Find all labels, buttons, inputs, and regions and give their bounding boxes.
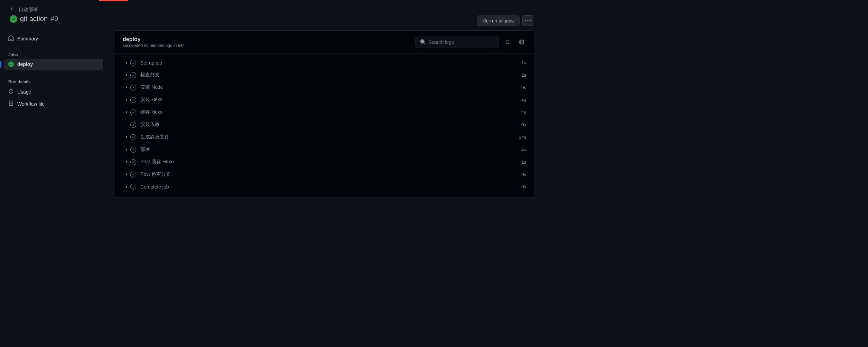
step-name: Post 缓存 Hexo xyxy=(140,159,521,165)
step-name: 生成静态文件 xyxy=(140,134,519,140)
chevron-right-icon xyxy=(123,135,130,139)
sidebar-item-label: Workflow file xyxy=(17,101,45,107)
settings-button[interactable] xyxy=(516,37,526,47)
check-icon xyxy=(130,134,136,140)
chevron-right-icon xyxy=(123,110,130,114)
step-duration: 0s xyxy=(521,122,526,127)
check-icon xyxy=(130,60,136,66)
step-duration: 0s xyxy=(521,85,526,90)
search-icon xyxy=(420,39,426,46)
step-duration: 4s xyxy=(521,147,526,152)
success-icon xyxy=(8,61,14,67)
step-duration: 4s xyxy=(521,97,526,103)
sidebar-item-label: Summary xyxy=(17,36,38,41)
sidebar-heading-jobs: Jobs xyxy=(4,49,103,59)
step-row[interactable]: Set up job1s xyxy=(115,57,534,69)
workflow-title: git action xyxy=(20,15,48,23)
sidebar: Summary Jobs deploy Run details Usage Wo… xyxy=(0,30,107,205)
breadcrumb-label: 自动部署 xyxy=(19,7,38,13)
file-icon xyxy=(8,100,14,107)
job-title: deploy xyxy=(123,36,185,42)
check-icon xyxy=(130,184,136,190)
step-name: 安装依赖 xyxy=(140,122,521,128)
kebab-menu-button[interactable] xyxy=(522,15,533,26)
step-duration: 1s xyxy=(521,60,526,65)
breadcrumb[interactable]: 自动部署 xyxy=(10,6,58,13)
steps-list: Set up job1s检查分支2s安装 Node0s安装 Hexo4s缓存 H… xyxy=(115,54,534,197)
step-duration: 0s xyxy=(521,184,526,189)
chevron-right-icon xyxy=(123,85,130,89)
check-icon xyxy=(130,172,136,177)
check-icon xyxy=(130,85,136,90)
search-logs-field[interactable] xyxy=(428,39,494,45)
workflow-title-row: git action #9 xyxy=(10,15,58,23)
rerun-all-jobs-button[interactable]: Re-run all jobs xyxy=(477,16,520,26)
step-name: 安装 Node xyxy=(140,84,521,90)
chevron-right-icon xyxy=(123,98,130,102)
workflow-run-number: #9 xyxy=(50,15,58,23)
arrow-left-icon xyxy=(10,6,15,13)
step-row[interactable]: 缓存 Hexo4s xyxy=(115,106,534,118)
step-row[interactable]: 部署4s xyxy=(115,143,534,156)
stopwatch-icon xyxy=(8,88,14,95)
sidebar-item-label: deploy xyxy=(17,61,33,67)
step-row[interactable]: Post 缓存 Hexo1s xyxy=(115,156,534,168)
search-logs-input[interactable] xyxy=(416,37,498,48)
step-duration: 34s xyxy=(519,135,526,140)
chevron-right-icon xyxy=(123,147,130,152)
chevron-right-icon xyxy=(123,160,130,164)
step-name: 缓存 Hexo xyxy=(140,109,521,115)
svg-line-1 xyxy=(132,124,134,126)
page-header: 自动部署 git action #9 Re-run all jobs xyxy=(0,0,542,30)
step-duration: 0s xyxy=(521,172,526,177)
sidebar-heading-run-details: Run details xyxy=(4,76,103,86)
chevron-right-icon xyxy=(123,61,130,65)
main-content: deploy succeeded 50 minutes ago in 54s xyxy=(107,30,542,205)
chevron-right-icon xyxy=(123,73,130,77)
step-name: Post 检查分支 xyxy=(140,171,521,177)
loading-indicator xyxy=(99,0,128,1)
check-icon xyxy=(130,72,136,78)
success-icon xyxy=(10,15,17,23)
sidebar-item-summary[interactable]: Summary xyxy=(4,32,103,45)
step-row[interactable]: 安装 Node0s xyxy=(115,81,534,94)
step-duration: 2s xyxy=(521,73,526,78)
sidebar-item-job[interactable]: deploy xyxy=(4,59,103,70)
skip-icon xyxy=(130,122,136,128)
check-icon xyxy=(130,147,136,153)
refresh-button[interactable] xyxy=(503,37,512,47)
step-row[interactable]: Complete job0s xyxy=(115,181,534,193)
step-name: 安装 Hexo xyxy=(140,97,521,103)
step-row[interactable]: 安装 Hexo4s xyxy=(115,94,534,106)
check-icon xyxy=(130,159,136,165)
step-name: 检查分支 xyxy=(140,72,521,78)
sidebar-item-workflow-file[interactable]: Workflow file xyxy=(4,98,103,110)
check-icon xyxy=(130,109,136,115)
step-name: 部署 xyxy=(140,146,521,153)
step-name: Complete job xyxy=(140,184,521,190)
sidebar-item-usage[interactable]: Usage xyxy=(4,86,103,98)
job-panel: deploy succeeded 50 minutes ago in 54s xyxy=(115,30,534,198)
step-duration: 1s xyxy=(521,160,526,165)
step-name: Set up job xyxy=(140,60,521,66)
job-subtext: succeeded 50 minutes ago in 54s xyxy=(123,43,185,48)
sidebar-item-label: Usage xyxy=(17,89,31,95)
step-duration: 4s xyxy=(521,110,526,115)
check-icon xyxy=(130,97,136,103)
step-row[interactable]: Post 检查分支0s xyxy=(115,168,534,181)
step-row[interactable]: 检查分支2s xyxy=(115,69,534,81)
step-row[interactable]: 安装依赖0s xyxy=(115,118,534,131)
chevron-right-icon xyxy=(123,172,130,176)
chevron-right-icon xyxy=(123,185,130,189)
step-row[interactable]: 生成静态文件34s xyxy=(115,131,534,143)
home-icon xyxy=(8,35,14,42)
